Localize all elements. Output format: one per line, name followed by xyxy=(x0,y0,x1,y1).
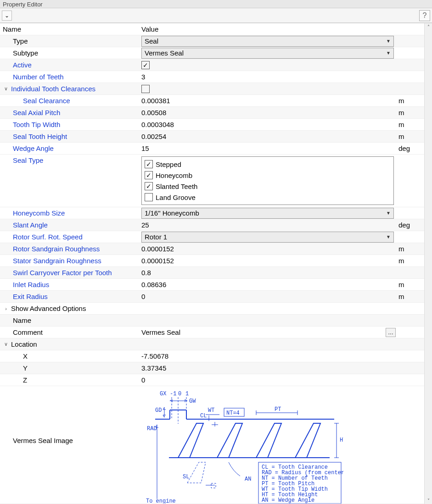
value-wedge-angle[interactable]: 15 xyxy=(139,143,397,154)
expander-advanced[interactable]: › xyxy=(3,306,9,311)
label-tip-width[interactable]: Tooth Tip Width xyxy=(0,119,139,130)
label-swirl[interactable]: Swirl Carryover Factor per Tooth xyxy=(0,267,139,278)
svg-text:GD: GD xyxy=(155,407,162,414)
value-x[interactable]: -7.50678 xyxy=(139,350,397,362)
row-honeycomb: Honeycomb Size 1/16" Honeycomb ▼ xyxy=(0,207,424,219)
row-stator-rough: Stator Sandgrain Roughness 0.0000152 m xyxy=(0,255,424,267)
option-slanted[interactable]: Slanted Teeth xyxy=(145,181,391,192)
row-swirl: Swirl Carryover Factor per Tooth 0.8 xyxy=(0,267,424,279)
row-x: X -7.50678 xyxy=(0,350,424,362)
row-active: Active xyxy=(0,59,424,71)
option-land-groove[interactable]: Land Groove xyxy=(145,192,391,203)
header-name: Name xyxy=(0,23,139,35)
dropdown-rotor-speed[interactable]: Rotor 1 ▼ xyxy=(141,232,394,243)
unit-seal-clearance: m xyxy=(397,95,424,106)
value-num-teeth[interactable]: 3 xyxy=(139,71,397,83)
checkbox-honeycomb[interactable] xyxy=(145,171,153,179)
label-num-teeth[interactable]: Number of Teeth xyxy=(0,71,139,83)
value-name[interactable] xyxy=(139,315,397,326)
svg-text:SL: SL xyxy=(183,474,189,480)
label-advanced: Show Advanced Options xyxy=(11,305,86,312)
option-honeycomb[interactable]: Honeycomb xyxy=(145,170,391,181)
svg-text:To engine: To engine xyxy=(146,498,176,504)
label-seal-type[interactable]: Seal Type xyxy=(0,155,139,207)
row-y: Y 3.37345 xyxy=(0,362,424,374)
value-seal-clearance[interactable]: 0.000381 xyxy=(139,95,397,106)
label-inlet-radius[interactable]: Inlet Radius xyxy=(0,279,139,290)
svg-text:RAD: RAD xyxy=(147,426,157,432)
checkbox-active[interactable] xyxy=(141,61,150,69)
svg-text:GX: GX xyxy=(160,391,166,397)
chevron-down-icon: ▼ xyxy=(386,210,391,216)
expander-indiv-clear[interactable]: ∨ xyxy=(3,86,9,92)
help-button[interactable]: ? xyxy=(419,10,430,21)
svg-text:NT=4: NT=4 xyxy=(226,410,240,416)
option-stepped[interactable]: Stepped xyxy=(145,159,391,170)
property-grid: Name Value Type Seal ▼ Subtype Vermes Se… xyxy=(0,23,424,504)
label-active[interactable]: Active xyxy=(0,59,139,71)
value-comment[interactable]: Vermes Seal … xyxy=(139,327,397,338)
comment-browse-button[interactable]: … xyxy=(386,328,396,337)
row-location: ∨ Location xyxy=(0,338,424,350)
label-indiv-clear[interactable]: Individual Tooth Clearances xyxy=(11,85,95,93)
collapse-button[interactable]: ⌄ xyxy=(2,11,12,21)
label-seal-clearance[interactable]: Seal Clearance xyxy=(0,95,139,106)
svg-text:AN: AN xyxy=(245,476,251,482)
label-slant-angle[interactable]: Slant Angle xyxy=(0,219,139,231)
value-z[interactable]: 0 xyxy=(139,374,397,386)
dropdown-type[interactable]: Seal ▼ xyxy=(141,36,394,47)
checkbox-slanted[interactable] xyxy=(145,182,153,190)
value-axial-pitch[interactable]: 0.00508 xyxy=(139,107,397,118)
checkbox-land-groove[interactable] xyxy=(145,193,153,201)
value-tooth-height[interactable]: 0.00254 xyxy=(139,131,397,142)
row-indiv-clear: ∨ Individual Tooth Clearances xyxy=(0,83,424,95)
label-rotor-speed[interactable]: Rotor Surf. Rot. Speed xyxy=(0,231,139,243)
label-tooth-height[interactable]: Seal Tooth Height xyxy=(0,131,139,142)
chevron-down-icon: ▼ xyxy=(386,39,391,44)
unit-slant-angle: deg xyxy=(397,219,424,231)
label-axial-pitch[interactable]: Seal Axial Pitch xyxy=(0,107,139,118)
window-titlebar: Property Editor xyxy=(0,0,432,8)
vertical-scrollbar[interactable]: ˄ ˅ xyxy=(424,23,432,504)
label-wedge-angle[interactable]: Wedge Angle xyxy=(0,143,139,154)
label-exit-radius[interactable]: Exit Radius xyxy=(0,291,139,302)
row-z: Z 0 xyxy=(0,374,424,386)
label-location: Location xyxy=(11,340,37,348)
row-axial-pitch: Seal Axial Pitch 0.00508 m xyxy=(0,107,424,119)
dropdown-type-value: Seal xyxy=(145,37,158,45)
row-seal-clearance: Seal Clearance 0.000381 m xyxy=(0,95,424,107)
expander-location[interactable]: ∨ xyxy=(3,341,9,347)
value-rotor-rough[interactable]: 0.0000152 xyxy=(139,243,397,255)
label-type: Type xyxy=(0,35,139,47)
value-slant-angle[interactable]: 25 xyxy=(139,219,397,231)
scroll-down-icon[interactable]: ˅ xyxy=(425,497,432,504)
dropdown-subtype-value: Vermes Seal xyxy=(145,49,184,57)
value-y[interactable]: 3.37345 xyxy=(139,362,397,374)
row-exit-radius: Exit Radius 0 m xyxy=(0,291,424,303)
label-name: Name xyxy=(0,315,139,326)
label-honeycomb[interactable]: Honeycomb Size xyxy=(0,207,139,219)
scroll-up-icon[interactable]: ˄ xyxy=(425,23,432,30)
svg-text:PT: PT xyxy=(275,406,281,413)
row-num-teeth: Number of Teeth 3 xyxy=(0,71,424,83)
row-slant-angle: Slant Angle 25 deg xyxy=(0,219,424,231)
checkbox-stepped[interactable] xyxy=(145,160,153,168)
value-swirl[interactable]: 0.8 xyxy=(139,267,397,278)
value-exit-radius[interactable]: 0 xyxy=(139,291,397,302)
label-stator-rough[interactable]: Stator Sandgrain Roughness xyxy=(0,255,139,266)
value-stator-rough[interactable]: 0.0000152 xyxy=(139,255,397,266)
row-tooth-height: Seal Tooth Height 0.00254 m xyxy=(0,131,424,143)
value-tip-width[interactable]: 0.0003048 xyxy=(139,119,397,130)
svg-rect-37 xyxy=(211,483,216,488)
label-rotor-rough[interactable]: Rotor Sandgrain Roughness xyxy=(0,243,139,255)
checkbox-indiv-clear[interactable] xyxy=(141,85,150,93)
svg-text:GW: GW xyxy=(189,398,196,404)
unit-axial-pitch: m xyxy=(397,107,424,118)
row-tip-width: Tooth Tip Width 0.0003048 m xyxy=(0,119,424,131)
vermes-seal-diagram: GX -1 0 1 GW GD xyxy=(141,389,343,504)
dropdown-subtype[interactable]: Vermes Seal ▼ xyxy=(141,48,394,59)
dropdown-honeycomb[interactable]: 1/16" Honeycomb ▼ xyxy=(141,208,394,219)
label-opt-honeycomb: Honeycomb xyxy=(156,172,192,179)
value-inlet-radius[interactable]: 0.08636 xyxy=(139,279,397,290)
row-type: Type Seal ▼ xyxy=(0,35,424,47)
